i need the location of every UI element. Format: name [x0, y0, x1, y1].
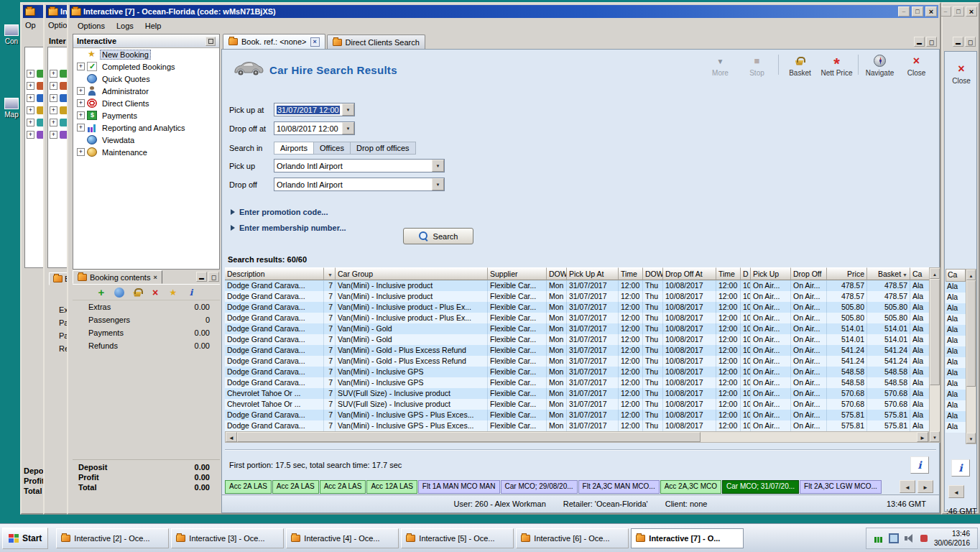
desktop-icon-con[interactable]: Con	[1, 24, 22, 45]
tree-item-new-booking[interactable]: New Booking	[73, 48, 219, 60]
menu-item-logs[interactable]: Logs	[111, 20, 139, 32]
session-tab-flt-2a-3c-man-mco[interactable]: Flt 2A,3C MAN MCO...	[578, 480, 660, 494]
title-bar[interactable]: Interactive [7] - Ocean-Florida (code: w…	[70, 5, 938, 18]
close-button[interactable]: Close	[900, 52, 933, 77]
expand-icon[interactable]: +	[77, 63, 85, 70]
scroll-up-icon[interactable]	[930, 268, 940, 279]
expand-icon[interactable]: +	[27, 131, 34, 139]
connection-icon[interactable]	[919, 533, 929, 543]
minimize-button[interactable]	[940, 6, 951, 17]
info-button[interactable]	[951, 459, 970, 477]
horizontal-scrollbar[interactable]	[225, 431, 929, 443]
refresh-icon[interactable]	[114, 288, 124, 298]
scroll-thumb[interactable]	[237, 432, 701, 442]
session-tab-flt-1a-man-mco-man[interactable]: Flt 1A MAN MCO MAN	[418, 480, 500, 494]
column-header-drop-off-at[interactable]: Drop Off At	[663, 267, 716, 280]
table-row[interactable]: Dodge Grand Carava...7Van(Mini) - GoldFl…	[225, 334, 929, 345]
scroll-down-icon[interactable]	[930, 431, 940, 442]
taskbar-button-interactive-5-oce[interactable]: Interactive [5] - Oce...	[401, 528, 514, 548]
start-button[interactable]: Start	[2, 528, 48, 549]
tab-close-icon[interactable]: ×	[310, 37, 320, 47]
tree-item-administrator[interactable]: +Administrator	[73, 85, 219, 97]
collapse-icon[interactable]	[953, 37, 963, 47]
chart-icon[interactable]	[874, 533, 884, 543]
expand-icon[interactable]: +	[50, 94, 57, 102]
taskbar-button-interactive-7-o[interactable]: Interactive [7] - O...	[631, 528, 744, 548]
tree-item-payments[interactable]: +Payments	[73, 109, 219, 121]
table-row[interactable]: Dodge Grand Carava...7Van(Mini) - Inclus…	[225, 377, 929, 388]
scroll-left-button[interactable]	[900, 480, 915, 493]
expand-icon[interactable]: +	[77, 124, 85, 132]
minimize-button[interactable]	[898, 6, 910, 17]
dropoff-at-combobox[interactable]: 10/08/2017 12:00	[274, 121, 355, 135]
expand-icon[interactable]: +	[50, 70, 57, 78]
close-button[interactable]	[925, 6, 937, 17]
expand-icon[interactable]: +	[27, 119, 34, 126]
restore-icon[interactable]	[208, 272, 219, 282]
column-header-price[interactable]: Price	[827, 267, 867, 280]
expand-icon[interactable]: +	[27, 94, 34, 102]
tree-item-viewdata[interactable]: Viewdata	[73, 134, 219, 146]
vertical-scrollbar[interactable]	[929, 267, 940, 443]
expand-icon[interactable]: +	[77, 148, 85, 156]
taskbar-clock[interactable]: 13:46 30/06/2016	[934, 529, 970, 548]
column-header-pick-up-at[interactable]: Pick Up At	[567, 267, 619, 280]
session-tab-acc-12a-las[interactable]: Acc 12A LAS	[366, 480, 417, 494]
menu-item-help[interactable]: Help	[139, 20, 167, 32]
table-row[interactable]: Dodge Grand Carava...7Van(Mini) - Inclus…	[225, 410, 929, 420]
session-tab-flt-2a-3c-lgw-mco[interactable]: Flt 2A,3C LGW MCO...	[800, 480, 882, 494]
taskbar-button-interactive-3-oce[interactable]: Interactive [3] - Oce...	[171, 528, 284, 548]
column-header-drop-off[interactable]: Drop Off	[791, 267, 827, 280]
menu-item-options[interactable]: Options	[72, 20, 111, 32]
tree-item-reporting-and-analytics[interactable]: +Reporting and Analytics	[73, 121, 219, 134]
scroll-up-icon[interactable]	[966, 270, 976, 280]
table-row[interactable]: Dodge Grand Carava...7Van(Mini) - Gold -…	[225, 345, 929, 356]
table-row[interactable]: Dodge Grand Carava...7Van(Mini) - GoldFl…	[225, 323, 929, 334]
promotion-code-link[interactable]: Enter promotion code...	[231, 208, 328, 216]
session-tab-car-mco-29-08-20[interactable]: Car MCO; 29/08/20...	[501, 480, 578, 494]
maximize-button[interactable]	[912, 6, 923, 17]
pin-panel-button[interactable]	[205, 37, 216, 46]
tree-item-maintenance[interactable]: +Maintenance	[73, 146, 219, 158]
nett-price-button[interactable]: Nett Price	[820, 52, 854, 77]
basket-icon[interactable]	[132, 288, 142, 298]
column-header-fragment[interactable]: Ca	[946, 269, 966, 282]
expand-icon[interactable]: +	[27, 70, 34, 78]
expand-icon[interactable]: +	[77, 99, 85, 107]
volume-icon[interactable]	[904, 533, 914, 543]
column-header-time[interactable]: Time	[716, 267, 741, 280]
dropdown-arrow-icon[interactable]	[342, 122, 354, 134]
tab-close-icon[interactable]: ×	[153, 274, 157, 281]
scroll-right-icon[interactable]	[917, 432, 928, 442]
scroll-left-button[interactable]	[948, 485, 964, 498]
restore-icon[interactable]	[926, 37, 937, 47]
menu-fragment[interactable]: Op	[25, 21, 36, 29]
taskbar-button-interactive-6-oce[interactable]: Interactive [6] - Oce...	[516, 528, 629, 548]
table-row[interactable]: Dodge Grand Carava...7Van(Mini) - Inclus…	[225, 291, 929, 302]
column-header-time[interactable]: Time	[619, 267, 643, 280]
pickup-at-combobox[interactable]: 31/07/2017 12:00	[274, 103, 355, 116]
expand-icon[interactable]: +	[77, 87, 85, 95]
table-row[interactable]: Dodge Grand Carava...7Van(Mini) - Gold -…	[225, 356, 929, 367]
navigate-button[interactable]: Navigate	[863, 52, 897, 77]
dropdown-arrow-icon[interactable]	[432, 160, 444, 172]
tree-item-quick-quotes[interactable]: Quick Quotes	[73, 73, 219, 85]
search-button[interactable]: Search	[403, 228, 473, 244]
maximize-button[interactable]	[953, 6, 964, 17]
booking-contents-tab[interactable]: Booking contents ×	[73, 270, 162, 284]
table-row[interactable]: Dodge Grand Carava...7Van(Mini) - Inclus…	[225, 302, 929, 313]
taskbar-button-interactive-2-oce[interactable]: Interactive [2] - Oce...	[56, 528, 169, 548]
restore-icon[interactable]	[965, 37, 976, 47]
expand-icon[interactable]: +	[50, 119, 57, 126]
table-row[interactable]: Chevrolet Tahoe Or ...7SUV(Full Size) - …	[225, 399, 929, 410]
expand-icon[interactable]: +	[27, 82, 34, 90]
delete-icon[interactable]	[150, 288, 160, 298]
display-icon[interactable]	[889, 533, 899, 543]
session-tab-acc-2a-3c-mco[interactable]: Acc 2A,3C MCO	[660, 480, 721, 494]
table-row[interactable]: Dodge Grand Carava...7Van(Mini) - Inclus…	[225, 367, 929, 377]
scroll-thumb[interactable]	[930, 279, 940, 385]
dropdown-arrow-icon[interactable]	[432, 178, 444, 190]
document-tab-direct-clients-search[interactable]: Direct Clients Search	[327, 34, 425, 49]
tree-item-direct-clients[interactable]: +Direct Clients	[73, 97, 219, 109]
info-icon[interactable]	[186, 288, 196, 298]
